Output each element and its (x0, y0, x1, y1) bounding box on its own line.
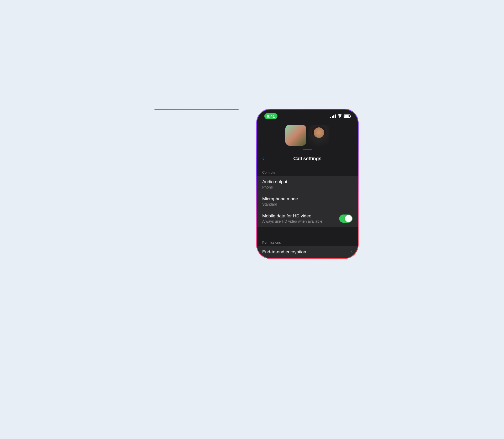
right-signal-bar-3 (333, 115, 334, 118)
participant-thumb-1 (285, 125, 306, 146)
participants-bar (257, 123, 358, 149)
controls-settings-group: Audio output Phone Microphone mode Stand… (257, 176, 358, 227)
hd-video-title: Mobile data for HD video (262, 213, 339, 219)
settings-header: ‹ Call settings (257, 152, 358, 166)
permissions-section-label: Permissions (257, 236, 358, 246)
audio-output-row[interactable]: Audio output Phone (257, 176, 358, 193)
e2e-encryption-title: End-to-end encryption (262, 249, 351, 255)
right-signal-bar-1 (330, 117, 331, 118)
hd-video-row[interactable]: Mobile data for HD video Always use HD v… (257, 210, 358, 227)
drag-handle (303, 149, 312, 150)
right-phone-border: 9:41 (256, 109, 359, 259)
right-time: 9:41 (264, 113, 277, 119)
e2e-encryption-row[interactable]: End-to-end encryption › (257, 246, 358, 258)
right-phone-inner: 9:41 (257, 109, 358, 258)
audio-output-content: Audio output Phone (262, 179, 353, 189)
right-battery-icon (344, 114, 350, 118)
right-phone: 9:41 (256, 109, 359, 330)
right-battery-fill (344, 115, 349, 117)
microphone-mode-title: Microphone mode (262, 196, 353, 202)
participant-2-face (314, 127, 324, 138)
controls-section-label: Controls (257, 166, 358, 176)
participant-thumb-2 (308, 125, 329, 146)
right-signal-bar-4 (335, 114, 336, 118)
left-phone: 9:41 (145, 109, 248, 330)
participant-1-image (285, 125, 306, 146)
e2e-chevron-container: › (351, 250, 353, 254)
right-wifi-icon (338, 114, 342, 119)
back-button[interactable]: ‹ (262, 154, 266, 163)
phones-container: 9:41 (145, 109, 359, 330)
chevron-right-icon: › (351, 250, 353, 254)
hd-video-toggle[interactable] (339, 215, 353, 223)
toggle-knob (345, 215, 352, 222)
microphone-mode-row[interactable]: Microphone mode Standard (257, 193, 358, 210)
microphone-mode-content: Microphone mode Standard (262, 196, 353, 206)
settings-title: Call settings (293, 156, 321, 161)
e2e-encryption-content: End-to-end encryption (262, 249, 351, 255)
left-phone-border: 9:41 (145, 109, 248, 110)
permissions-settings-group: End-to-end encryption › (257, 246, 358, 258)
microphone-mode-value: Standard (262, 202, 353, 206)
right-status-bar: 9:41 (257, 109, 358, 120)
hd-video-toggle-container (339, 215, 353, 223)
participant-2-image (308, 125, 329, 146)
right-signal-bar-2 (332, 116, 333, 118)
right-signal-icon (330, 114, 336, 118)
hd-video-value: Always use HD video when available (262, 219, 339, 223)
settings-divider (257, 227, 358, 236)
audio-output-title: Audio output (262, 179, 353, 185)
right-status-icons (330, 114, 350, 119)
hd-video-content: Mobile data for HD video Always use HD v… (262, 213, 339, 223)
audio-output-value: Phone (262, 185, 353, 189)
